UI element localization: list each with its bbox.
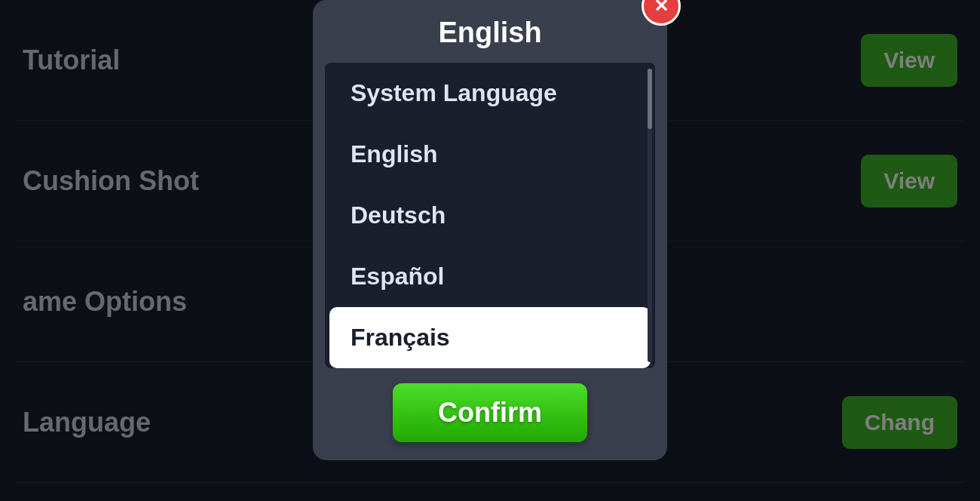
confirm-button[interactable]: Confirm bbox=[393, 383, 587, 442]
language-option-espanol[interactable]: Español bbox=[329, 246, 651, 307]
language-option-francais[interactable]: Français bbox=[329, 307, 651, 368]
language-list: System Language English Deutsch Español … bbox=[325, 63, 655, 368]
scrollbar-thumb[interactable] bbox=[648, 69, 652, 129]
scrollbar-track bbox=[648, 69, 652, 362]
language-option-english[interactable]: English bbox=[329, 124, 651, 185]
language-option-system[interactable]: System Language bbox=[329, 63, 651, 124]
modal-header: English ✕ bbox=[313, 0, 667, 63]
language-option-deutsch[interactable]: Deutsch bbox=[329, 185, 651, 246]
language-modal: English ✕ System Language English Deutsc… bbox=[313, 0, 667, 460]
modal-title: English bbox=[438, 17, 541, 48]
